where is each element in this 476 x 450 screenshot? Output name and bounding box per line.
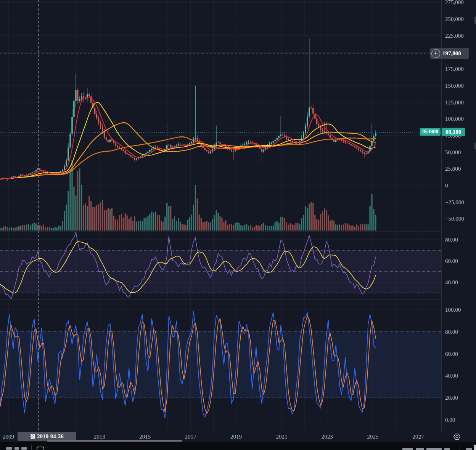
crosshair-price-label: 197,800 (442, 50, 461, 57)
gear-icon (453, 432, 461, 441)
chart-canvas[interactable] (0, 0, 441, 431)
plus-circle-icon[interactable]: + (431, 49, 440, 58)
clipped-text-fragment (444, 448, 450, 450)
year-tick-label: 2021 (276, 434, 287, 440)
horizontal-scrollbar-thumb[interactable] (47, 440, 182, 442)
vertical-scrollbar-sliver[interactable] (474, 17, 476, 24)
year-tick-label: 2009 (3, 434, 14, 440)
price-tick-label: 0 (445, 183, 448, 189)
year-tick-label: 2015 (139, 434, 151, 440)
chart-settings-button[interactable] (452, 432, 462, 441)
price-scale-axis[interactable]: 275,000250,000225,000175,000150,000125,0… (441, 0, 476, 431)
price-tick-label: 50,000 (445, 149, 461, 155)
trading-chart-app: 275,000250,000225,000175,000150,000125,0… (0, 0, 476, 450)
stoch-tick-label: 100.00 (445, 306, 461, 313)
current-price-chip: 80,100 (442, 128, 465, 136)
price-tick-label: 175,000 (445, 66, 464, 72)
volume-bars (0, 160, 376, 231)
candlesticks (0, 38, 376, 181)
year-tick-label: 2025 (367, 434, 378, 440)
stoch-tick-label: 80.00 (445, 328, 458, 335)
crosshair-price-chip: + 197,800 (430, 48, 469, 59)
clipped-text-fragment (14, 447, 19, 450)
vertical-scrollbar-sliver[interactable] (474, 143, 476, 149)
ticker-label: 053800 (422, 129, 438, 135)
bottom-status-bar (0, 442, 476, 450)
crosshair-date-label: 월 2010-04-26 (30, 433, 64, 440)
price-tick-label: 225,000 (445, 32, 464, 39)
year-tick-label: 2017 (185, 434, 196, 440)
price-tick-label: 250,000 (445, 16, 464, 22)
price-tick-label: −50,000 (445, 216, 464, 222)
rsi-tick-label: 80.00 (445, 236, 458, 243)
divider (31, 445, 32, 450)
price-tick-label: 150,000 (445, 82, 464, 89)
year-tick-label: 2013 (94, 434, 105, 440)
calendar-icon[interactable] (37, 447, 44, 450)
year-tick-label: 2019 (230, 434, 242, 440)
stoch-tick-label: 60.00 (445, 351, 458, 357)
clipped-text-fragment (6, 447, 12, 450)
clipped-text-fragment (466, 448, 472, 450)
clipped-text-fragment (21, 447, 27, 450)
year-tick-label: 2027 (413, 434, 424, 440)
year-tick-label: 2023 (322, 434, 333, 440)
price-tick-label: 125,000 (445, 99, 464, 106)
price-tick-label: 275,000 (445, 0, 464, 6)
rsi-tick-label: 60.00 (445, 258, 458, 264)
stoch-tick-label: 0.00 (445, 417, 455, 423)
stoch-tick-label: 40.00 (445, 373, 458, 379)
clipped-text-fragment (402, 448, 413, 450)
ticker-badge: 053800 (420, 128, 441, 136)
price-tick-label: 25,000 (445, 166, 461, 172)
clipped-text-fragment (426, 448, 442, 450)
current-price-label: 80,100 (445, 129, 461, 135)
rsi-tick-label: 40.00 (445, 279, 458, 285)
divider (460, 446, 460, 450)
stoch-tick-label: 20.00 (445, 395, 458, 401)
price-tick-label: 100,000 (445, 116, 464, 122)
moving-averages (0, 97, 376, 179)
scrollbar-corner (474, 445, 476, 450)
price-tick-label: −25,000 (445, 199, 464, 205)
clipped-text-fragment (416, 448, 424, 450)
